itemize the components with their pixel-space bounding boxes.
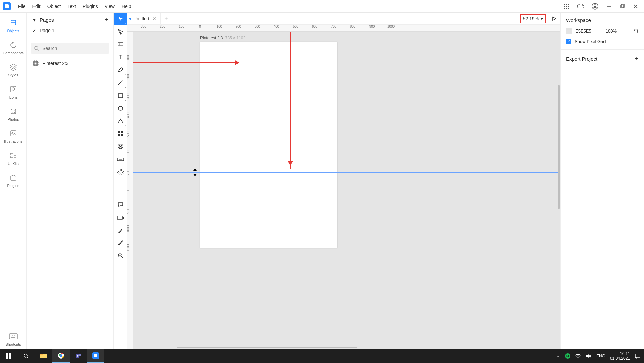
rail-plugins[interactable]: Plugins	[1, 170, 25, 190]
rail-illustrations[interactable]: Illustrations	[1, 126, 25, 146]
start-button[interactable]	[0, 349, 17, 363]
zoom-tool[interactable]	[114, 249, 127, 262]
volume-icon[interactable]	[586, 354, 592, 358]
rail-objects[interactable]: Objects	[1, 15, 25, 36]
ellipse-tool[interactable]	[114, 102, 127, 115]
rail-icons[interactable]: Icons	[1, 82, 25, 102]
window-minimize-button[interactable]	[606, 3, 612, 9]
move-tool[interactable]	[114, 13, 127, 25]
account-icon[interactable]	[592, 3, 598, 10]
text-tool[interactable]: T	[114, 51, 127, 64]
notifications-icon[interactable]	[635, 353, 641, 359]
viewport[interactable]: -300-200-1000100200300400500600700800900…	[127, 25, 560, 349]
new-tab-button[interactable]: +	[161, 15, 171, 22]
layer-search[interactable]	[31, 43, 109, 54]
tray-clock[interactable]: 16:11 01.04.2021	[610, 351, 630, 361]
menu-file[interactable]: File	[15, 2, 29, 11]
menu-object[interactable]: Object	[44, 2, 64, 11]
tray-language[interactable]: ENG	[596, 354, 605, 358]
bg-color-hex[interactable]: E5E5E5	[575, 28, 591, 34]
spotify-icon[interactable]	[565, 353, 570, 359]
apps-grid-icon[interactable]	[564, 3, 570, 9]
eyedropper-tool[interactable]	[114, 237, 127, 249]
svg-point-52	[119, 145, 121, 147]
rail-shortcuts[interactable]: Shortcuts	[1, 329, 25, 349]
icon-shape-tool[interactable]	[114, 166, 127, 178]
comment-tool[interactable]	[114, 198, 127, 211]
svg-rect-50	[121, 134, 123, 136]
rail-label: Styles	[8, 73, 18, 77]
taskbar-explorer[interactable]	[35, 349, 52, 363]
search-input[interactable]	[42, 46, 106, 51]
line-tool[interactable]	[114, 76, 127, 89]
ruler-tick: 900	[127, 208, 130, 214]
svg-point-4	[566, 6, 567, 7]
rail-uikits[interactable]: UI Kits	[1, 148, 25, 168]
window-maximize-button[interactable]	[619, 3, 625, 9]
refresh-icon[interactable]	[633, 28, 639, 34]
rail-styles[interactable]: Styles	[1, 60, 25, 80]
ruler-horizontal[interactable]: -300-200-1000100200300400500600700800900…	[133, 25, 560, 32]
rail-label: Components	[3, 51, 23, 55]
component-tool[interactable]	[114, 127, 127, 140]
vertical-scrollbar[interactable]	[558, 85, 560, 209]
menu-plugins[interactable]: Plugins	[79, 2, 101, 11]
svg-point-19	[12, 88, 15, 90]
preview-button[interactable]	[552, 16, 556, 21]
svg-rect-55	[120, 169, 122, 171]
guide-vertical[interactable]	[269, 32, 269, 349]
pencil-tool[interactable]	[114, 224, 127, 237]
image-tool[interactable]	[114, 38, 127, 51]
keyboard-icon	[9, 331, 18, 341]
svg-point-33	[35, 46, 38, 50]
svg-point-3	[564, 6, 565, 7]
bg-color-swatch[interactable]	[566, 28, 572, 34]
transform-tool[interactable]	[114, 25, 127, 38]
rail-label: Objects	[7, 29, 19, 33]
tray-chevron-icon[interactable]: ︿	[556, 353, 560, 359]
window-close-button[interactable]	[633, 3, 639, 9]
add-export-button[interactable]: +	[635, 55, 639, 63]
layer-item[interactable]: Pinterest 2:3	[27, 57, 113, 70]
pages-collapse-icon[interactable]: ▾	[31, 17, 37, 23]
svg-point-46	[118, 106, 123, 110]
artboard-label[interactable]: Pinterest 2:3 735 × 1102	[200, 36, 245, 40]
tab-close-button[interactable]: ✕	[152, 16, 156, 21]
styles-icon	[9, 62, 18, 72]
svg-point-42	[119, 44, 120, 45]
menu-view[interactable]: View	[101, 2, 118, 11]
ruler-tick: 400	[127, 112, 130, 118]
rectangle-tool[interactable]	[114, 89, 127, 102]
add-page-button[interactable]: +	[105, 16, 109, 24]
rail-photos[interactable]: Photos	[1, 104, 25, 124]
taskbar-search-button[interactable]	[17, 349, 35, 363]
bg-opacity[interactable]: 100%	[606, 28, 617, 34]
taskbar-teams[interactable]: T	[70, 349, 87, 363]
panel-resize-handle[interactable]: ⋯	[27, 37, 113, 40]
svg-rect-23	[10, 156, 13, 158]
ruler-tick: -100	[178, 25, 184, 28]
menu-help[interactable]: Help	[118, 2, 135, 11]
horizontal-scrollbar[interactable]	[177, 347, 357, 348]
wifi-icon[interactable]	[575, 354, 581, 358]
uikits-icon	[9, 151, 18, 160]
cloud-icon[interactable]	[577, 4, 584, 9]
hotspot-tool[interactable]	[114, 211, 127, 224]
polygon-tool[interactable]	[114, 115, 127, 127]
avatar-tool[interactable]	[114, 140, 127, 153]
taskbar-chrome[interactable]	[52, 349, 70, 363]
guide-vertical[interactable]	[247, 32, 247, 349]
pixel-grid-checkbox[interactable]: ✓	[566, 39, 571, 44]
menu-edit[interactable]: Edit	[29, 2, 44, 11]
pen-tool[interactable]	[114, 64, 127, 76]
taskbar-lunacy[interactable]	[87, 349, 104, 363]
zoom-dropdown[interactable]: 52.19% ▾	[520, 14, 546, 23]
chevron-down-icon: ▾	[541, 16, 543, 21]
menu-text[interactable]: Text	[64, 2, 79, 11]
divider	[561, 49, 644, 50]
document-tab[interactable]: Untitled ✕	[127, 13, 161, 24]
rail-components[interactable]: Components	[1, 38, 25, 58]
ruler-origin[interactable]	[127, 25, 133, 32]
ruler-vertical[interactable]: 10020030040050060070080090010001100	[127, 32, 133, 349]
button-tool[interactable]	[114, 153, 127, 166]
